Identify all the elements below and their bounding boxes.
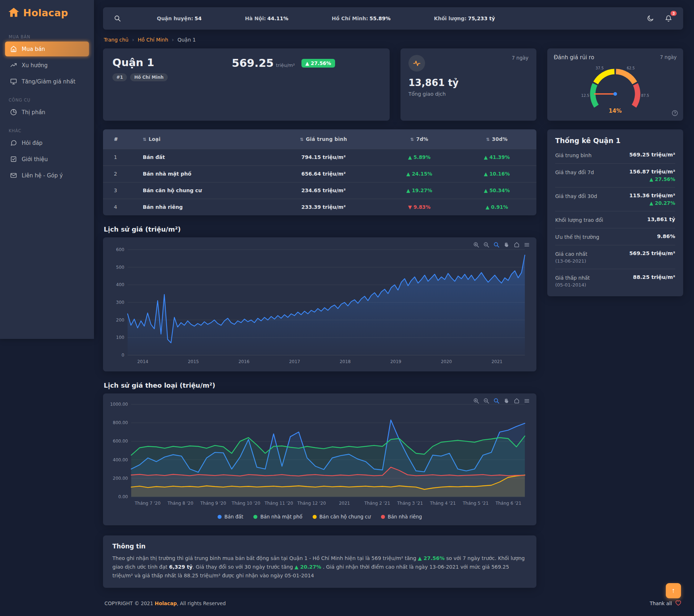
selection-zoom-icon[interactable] — [493, 242, 500, 248]
overview-price-block: 569.25triệu/m² ▲ 27.56% — [232, 58, 335, 69]
sidebar-item-label: Giới thiệu — [22, 156, 48, 163]
layout: Quận 1 #1 Hồ Chí Minh 569.25triệu/m² ▲ 2… — [103, 48, 683, 588]
svg-text:0: 0 — [121, 353, 124, 358]
pie-chart-icon — [10, 109, 17, 116]
scroll-to-top-button[interactable]: ↑ — [666, 583, 681, 598]
column-header-gia-trung-binh[interactable]: ⇅Giá trung bình — [266, 129, 381, 149]
pan-icon[interactable] — [504, 242, 510, 248]
sidebar-item-gioi-thieu[interactable]: Giới thiệu — [5, 152, 89, 167]
info-title: Thông tin — [112, 543, 527, 550]
pan-icon[interactable] — [504, 398, 510, 404]
table-row-ban-dat[interactable]: 1Bán đất794.15 triệu/m²▲ 5.89%▲ 41.39% — [103, 149, 536, 165]
sidebar-item-hoi-dap[interactable]: Hỏi đáp — [5, 135, 89, 150]
svg-text:Tháng 5 '21: Tháng 5 '21 — [462, 501, 488, 506]
svg-text:Tháng 3 '21: Tháng 3 '21 — [397, 501, 423, 506]
thanks-label: Thank all — [650, 600, 672, 606]
home-icon[interactable] — [514, 242, 520, 248]
zoom-out-icon[interactable] — [483, 398, 489, 404]
sort-icon: ⇅ — [300, 137, 304, 142]
info-card: Thông tin Theo ghi nhận thị trường thì g… — [103, 535, 536, 588]
change-30d-cell: ▲ 0.91% — [457, 199, 536, 215]
svg-text:37.5: 37.5 — [596, 66, 604, 70]
column-header-7d[interactable]: ⇅7d% — [381, 129, 457, 149]
stat-row-gia-thay-doi-30d: Giá thay đổi 30d115.36 triệu/m²▲ 20.27% — [555, 188, 675, 211]
legend-item-ban-nha-mat-pho[interactable]: Bán nhà mặt phố — [253, 514, 302, 520]
chart-legend: Bán đấtBán nhà mặt phốBán căn hộ chung c… — [110, 510, 529, 522]
legend-item-ban-dat[interactable]: Bán đất — [218, 514, 244, 520]
moon-icon[interactable] — [645, 13, 655, 23]
table-row-ban-nha-mat-pho[interactable]: 2Bán nhà mặt phố656.64 triệu/m²▲ 24.15%▲… — [103, 165, 536, 182]
change-30d-cell: ▲ 41.39% — [457, 149, 536, 165]
rank-badge: #1 — [112, 73, 127, 81]
stat-row-uu-the-thi-truong: Ưu thế thị trường9.86% — [555, 228, 675, 245]
table-row-ban-can-ho-chung-cu[interactable]: 3Bán căn hộ chung cư234.65 triệu/m²▲ 19.… — [103, 182, 536, 199]
svg-text:Tháng 8 '20: Tháng 8 '20 — [167, 501, 193, 506]
info-text: Theo ghi nhận thị trường thì giá trung b… — [112, 554, 527, 580]
price-cell: 656.64 triệu/m² — [266, 165, 381, 182]
table-body: 1Bán đất794.15 triệu/m²▲ 5.89%▲ 41.39%2B… — [103, 149, 536, 215]
svg-text:87.5: 87.5 — [641, 94, 649, 98]
change-7d-cell: ▲ 19.27% — [381, 182, 457, 199]
rank-cell: 3 — [103, 182, 143, 199]
risk-card-header: Đánh giá rủi ro 7 ngày — [554, 54, 677, 61]
column-header-: # — [103, 129, 143, 149]
sidebar-item-label: Liên hệ - Góp ý — [22, 172, 63, 179]
stat-row-gia-cao-nhat: Giá cao nhất(13-06-2021)569.25 triệu/m² — [555, 245, 675, 269]
city-badge: Hồ Chí Minh — [130, 73, 167, 81]
svg-text:300: 300 — [116, 300, 124, 305]
overview-left: Quận 1 #1 Hồ Chí Minh — [112, 56, 168, 81]
topbar: Quận huyện:54Hà Nội:44.11%Hồ Chí Minh:55… — [103, 7, 683, 30]
column-header-loai[interactable]: ⇅Loại — [143, 129, 266, 149]
sidebar-item-tang-giam-gia-nhat[interactable]: Tăng/Giảm giá nhất — [5, 74, 89, 89]
svg-text:400: 400 — [116, 282, 124, 287]
stats-card: Thống kê Quận 1 Giá trung bình569.25 tri… — [547, 129, 683, 296]
svg-text:Tháng 9 '20: Tháng 9 '20 — [200, 501, 226, 506]
menu-icon[interactable] — [524, 242, 530, 248]
table-row-ban-nha-rieng[interactable]: 4Bán nhà riêng233.39 triệu/m²▼ 9.83%▲ 0.… — [103, 199, 536, 215]
selection-zoom-icon[interactable] — [493, 398, 500, 404]
price-history-chart[interactable]: 0100200300400500600201420152016201720182… — [110, 243, 529, 367]
nav-section-title: KHÁC — [9, 128, 85, 133]
topbar-stat: Quận huyện:54 — [157, 16, 202, 21]
sidebar-nav: MUA BÁNMua bánXu hướngTăng/Giảm giá nhất… — [0, 34, 94, 183]
summary-cards-row: Quận 1 #1 Hồ Chí Minh 569.25triệu/m² ▲ 2… — [103, 48, 536, 121]
zoom-in-icon[interactable] — [473, 242, 479, 248]
bell-icon[interactable]: 3 — [663, 13, 674, 24]
period-label: 7 ngày — [660, 54, 677, 61]
svg-text:200: 200 — [116, 318, 124, 323]
home-icon[interactable] — [514, 398, 520, 404]
sidebar-item-thi-phan[interactable]: Thị phần — [5, 105, 89, 120]
column-header-30d[interactable]: ⇅30d% — [457, 129, 536, 149]
search-icon[interactable] — [112, 13, 123, 23]
svg-text:Tháng 6 '21: Tháng 6 '21 — [495, 501, 521, 506]
sidebar-item-xu-huong[interactable]: Xu hướng — [5, 58, 89, 73]
breadcrumb-item-trang-chu[interactable]: Trang chủ — [104, 37, 128, 43]
legend-dot — [253, 515, 257, 519]
home-icon — [10, 46, 17, 52]
breadcrumb-item-ho-chi-minh[interactable]: Hồ Chí Minh — [138, 37, 168, 43]
zoom-out-icon[interactable] — [483, 242, 489, 248]
help-circle-icon[interactable] — [672, 110, 678, 116]
period-label: 7 ngày — [512, 55, 528, 61]
nav-section-title: CÔNG CỤ — [9, 98, 85, 103]
stat-row-khoi-luong-trao-doi: Khối lượng trao đổi13,861 tỷ — [555, 211, 675, 228]
logo[interactable]: Holacap — [0, 0, 94, 26]
legend-item-ban-nha-rieng[interactable]: Bán nhà riêng — [381, 514, 422, 520]
sidebar-item-mua-ban[interactable]: Mua bán — [5, 42, 89, 56]
svg-text:2017: 2017 — [289, 359, 300, 364]
legend-item-ban-can-ho-chung-cu[interactable]: Bán căn hộ chung cư — [313, 514, 371, 520]
svg-text:Tháng 4 '21: Tháng 4 '21 — [429, 501, 455, 506]
price-history-by-type-chart[interactable]: 0.00200.00400.00600.00800.001000.00Tháng… — [110, 399, 529, 509]
svg-text:600.00: 600.00 — [113, 439, 128, 444]
footer: COPYRIGHT © 2021 Holacap, All rights Res… — [104, 599, 682, 616]
zoom-in-icon[interactable] — [473, 398, 479, 404]
sidebar-item-label: Mua bán — [22, 46, 45, 52]
menu-icon[interactable] — [524, 398, 530, 404]
legend-dot — [381, 515, 385, 519]
sidebar-item-label: Thị phần — [22, 109, 45, 116]
main-content: Quận huyện:54Hà Nội:44.11%Hồ Chí Minh:55… — [103, 0, 683, 616]
copyright-brand[interactable]: Holacap — [155, 600, 177, 606]
svg-text:Tháng 11 '20: Tháng 11 '20 — [264, 501, 293, 506]
sidebar-item-lien-he-gop-y[interactable]: Liên hệ - Góp ý — [5, 168, 89, 183]
risk-value: 14% — [554, 108, 677, 114]
